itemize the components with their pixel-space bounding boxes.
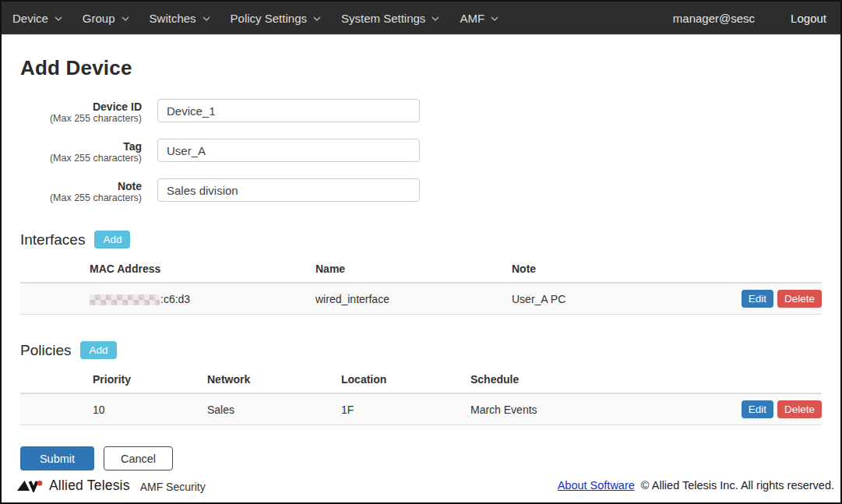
brand-name: Allied Telesis bbox=[49, 478, 130, 494]
main-content: Add Device Device ID (Max 255 characters… bbox=[2, 35, 840, 474]
chevron-down-icon bbox=[122, 16, 129, 21]
submit-button[interactable]: Submit bbox=[20, 446, 94, 471]
interfaces-table-header: MAC Address Name Note bbox=[20, 256, 822, 284]
col-location: Location bbox=[341, 367, 470, 393]
policies-title: Policies bbox=[20, 342, 71, 359]
mac-address-value: :c6:d3 bbox=[90, 287, 315, 312]
col-priority: Priority bbox=[93, 367, 207, 393]
form-row-tag: Tag (Max 255 characters) bbox=[20, 139, 822, 164]
note-label: Note bbox=[20, 180, 142, 192]
interfaces-table: MAC Address Name Note :c6:d3 wired_inter… bbox=[20, 256, 822, 315]
interfaces-add-button[interactable]: Add bbox=[94, 231, 130, 248]
policy-network-value: Sales bbox=[207, 397, 341, 422]
interface-edit-button[interactable]: Edit bbox=[742, 290, 773, 308]
top-navbar: Device Group Switches Policy Settings Sy… bbox=[2, 2, 840, 35]
note-field[interactable] bbox=[157, 178, 420, 202]
nav-item-label: System Settings bbox=[341, 12, 425, 25]
chevron-down-icon bbox=[313, 16, 321, 21]
device-id-label: Device ID bbox=[20, 100, 142, 113]
app-window: Device Group Switches Policy Settings Sy… bbox=[2, 2, 840, 502]
col-schedule: Schedule bbox=[470, 367, 719, 393]
nav-item-amf[interactable]: AMF bbox=[460, 12, 499, 25]
device-id-hint: (Max 255 characters) bbox=[20, 113, 142, 125]
device-id-field[interactable] bbox=[157, 99, 420, 122]
policy-schedule-value: March Events bbox=[470, 397, 719, 422]
interfaces-title: Interfaces bbox=[20, 231, 85, 248]
logout-button[interactable]: Logout bbox=[791, 12, 826, 25]
cancel-button[interactable]: Cancel bbox=[104, 446, 173, 471]
user-account-label: manager@sesc bbox=[673, 12, 755, 25]
redacted-mac-prefix bbox=[90, 294, 160, 305]
product-name: AMF Security bbox=[140, 478, 206, 493]
interface-delete-button[interactable]: Delete bbox=[777, 290, 822, 308]
chevron-down-icon bbox=[491, 16, 499, 21]
footer: Allied Telesis AMF Security About Softwa… bbox=[2, 474, 840, 502]
nav-item-label: AMF bbox=[460, 12, 484, 25]
interface-note-value: User_A PC bbox=[512, 287, 719, 312]
nav-item-label: Group bbox=[83, 12, 115, 25]
interfaces-section: Interfaces Add MAC Address Name Note :c6… bbox=[20, 231, 822, 315]
nav-item-policy-settings[interactable]: Policy Settings bbox=[231, 12, 321, 25]
allied-telesis-logo-icon bbox=[17, 479, 43, 492]
form-actions: Submit Cancel bbox=[20, 446, 822, 471]
interface-name-value: wired_interface bbox=[315, 287, 512, 312]
policy-priority-value: 10 bbox=[93, 397, 207, 422]
form-row-note: Note (Max 255 characters) bbox=[20, 178, 822, 204]
policies-table-header: Priority Network Location Schedule bbox=[20, 367, 822, 394]
note-hint: (Max 255 characters) bbox=[20, 192, 142, 204]
chevron-down-icon bbox=[203, 16, 210, 21]
policies-table: Priority Network Location Schedule 10 Sa… bbox=[20, 367, 822, 425]
tag-hint: (Max 255 characters) bbox=[20, 153, 142, 164]
col-network: Network bbox=[207, 367, 341, 393]
policy-location-value: 1F bbox=[341, 397, 470, 422]
chevron-down-icon bbox=[432, 16, 439, 21]
policies-section: Policies Add Priority Network Location S… bbox=[20, 341, 822, 425]
copyright-text: © Allied Telesis Inc. All rights reserve… bbox=[641, 479, 834, 492]
page-title: Add Device bbox=[20, 56, 822, 80]
tag-label: Tag bbox=[20, 140, 142, 153]
policy-delete-button[interactable]: Delete bbox=[777, 400, 822, 418]
chevron-down-icon bbox=[55, 16, 62, 21]
col-note: Note bbox=[512, 256, 719, 282]
nav-item-group[interactable]: Group bbox=[83, 12, 129, 25]
nav-item-label: Device bbox=[12, 12, 48, 25]
tag-field[interactable] bbox=[157, 139, 420, 162]
nav-item-system-settings[interactable]: System Settings bbox=[341, 12, 439, 25]
form-row-device-id: Device ID (Max 255 characters) bbox=[20, 99, 822, 125]
col-mac-address: MAC Address bbox=[90, 256, 315, 282]
table-row: 10 Sales 1F March Events Edit Delete bbox=[20, 394, 822, 425]
nav-item-label: Switches bbox=[150, 12, 196, 25]
add-device-form: Device ID (Max 255 characters) Tag (Max … bbox=[20, 99, 822, 204]
nav-menu: Device Group Switches Policy Settings Sy… bbox=[12, 12, 499, 25]
about-software-link[interactable]: About Software bbox=[558, 479, 635, 492]
policies-add-button[interactable]: Add bbox=[80, 341, 116, 359]
table-row: :c6:d3 wired_interface User_A PC Edit De… bbox=[20, 284, 822, 315]
nav-item-device[interactable]: Device bbox=[12, 12, 62, 25]
nav-account-area: manager@sesc Logout bbox=[673, 12, 826, 25]
nav-item-label: Policy Settings bbox=[231, 12, 307, 25]
policy-edit-button[interactable]: Edit bbox=[742, 400, 773, 418]
col-name: Name bbox=[315, 256, 512, 282]
nav-item-switches[interactable]: Switches bbox=[150, 12, 210, 25]
